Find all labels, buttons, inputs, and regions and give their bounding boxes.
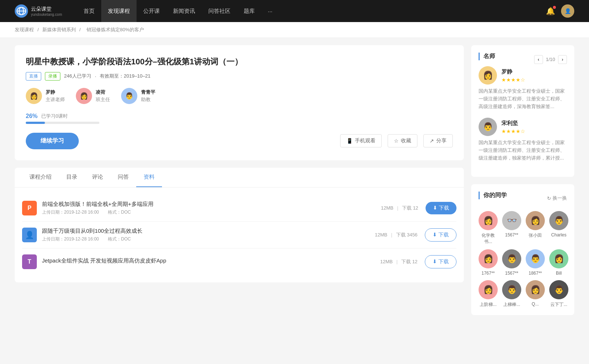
notification-dot bbox=[553, 6, 556, 9]
nav-discover[interactable]: 发现课程 bbox=[101, 0, 137, 22]
download-button[interactable]: ⬇ 下载 bbox=[426, 202, 456, 214]
classmate-avatar: 👨 bbox=[526, 249, 545, 268]
classmate-item: 👩 Q... bbox=[526, 280, 545, 308]
share-button[interactable]: ↗ 分享 bbox=[423, 134, 453, 147]
star-icon: ☆ bbox=[394, 138, 399, 144]
file-item: P 前端全栈加强版！前端全栈+全周期+多端应用 上传日期：2019-12-28 … bbox=[22, 195, 456, 222]
file-name: 前端全栈加强版！前端全栈+全周期+多端应用 bbox=[42, 201, 381, 208]
file-item: T Jetpack全组件实战 开发短视频应用高仿皮皮虾App 12MB | 下载… bbox=[22, 249, 456, 275]
teacher-avatar-linghe: 👩 bbox=[76, 88, 92, 104]
classmate-avatar: 👨 bbox=[549, 211, 568, 230]
logo[interactable]: 云朵课堂 yundouketang.com bbox=[15, 4, 62, 18]
file-name: 跟随千万级项目从0到100全过程高效成长 bbox=[42, 228, 375, 235]
nav-public[interactable]: 公开课 bbox=[137, 0, 166, 22]
teachers-section-header: 名师 ‹ 1/10 › bbox=[479, 53, 567, 66]
continue-button[interactable]: 继续学习 bbox=[26, 133, 79, 149]
classmate-item: 👩 Bill bbox=[549, 249, 568, 276]
file-stats: 12MB | 下载 3456 bbox=[375, 232, 417, 238]
classmate-item: 👩 1767** bbox=[479, 249, 498, 276]
breadcrumb-discover[interactable]: 发现课程 bbox=[15, 27, 34, 32]
file-stats: 12MB | 下载 12 bbox=[381, 205, 418, 211]
file-info: 跟随千万级项目从0到100全过程高效成长 上传日期：2019-12-28 16:… bbox=[42, 228, 375, 242]
classmates-header: 你的同学 ↻ 换一换 bbox=[479, 192, 567, 205]
classmate-item: 👩 化学教书... bbox=[479, 211, 498, 245]
collect-button[interactable]: ☆ 收藏 bbox=[388, 134, 417, 147]
progress-bar-fill bbox=[26, 122, 45, 124]
main-layout: 明星中教授课，小学阶段语法100分–强化级第1讲动词（一） 直播 录播 246人… bbox=[0, 38, 589, 330]
file-meta: 上传日期：2019-12-28 16:00 格式：DOC bbox=[42, 209, 381, 215]
tab-intro[interactable]: 课程介绍 bbox=[22, 168, 59, 187]
tabs-section: 课程介绍 目录 评论 问答 资料 P 前端全栈加强版！前端全栈+全周期+多端应用… bbox=[15, 168, 464, 282]
teacher-sidebar-avatar-luojing: 👩 bbox=[479, 66, 497, 85]
sidebar: 名师 ‹ 1/10 › 👩 罗静 ★★★★☆ 国内某重点大学安全工程专业硕士，国… bbox=[471, 45, 574, 322]
classmate-avatar: 👩 bbox=[549, 249, 568, 268]
watch-mobile-button[interactable]: 📱 手机观看 bbox=[340, 134, 382, 147]
nav-more[interactable]: ··· bbox=[261, 0, 279, 22]
teacher-role-luojing: 主讲老师 bbox=[46, 96, 65, 103]
classmate-avatar: 👩 bbox=[479, 211, 498, 230]
classmate-name: 化学教书... bbox=[479, 232, 498, 245]
progress-label: 已学习0课时 bbox=[41, 113, 68, 119]
teacher-item: 👨 青青平 助教 bbox=[121, 88, 155, 104]
teachers-next-button[interactable]: › bbox=[558, 55, 567, 64]
classmate-item: 👓 1567** bbox=[502, 211, 521, 245]
classmate-avatar: 👩 bbox=[526, 280, 545, 299]
tab-materials[interactable]: 资料 bbox=[136, 168, 162, 187]
teacher-avatar-luojing: 👩 bbox=[26, 88, 42, 104]
action-buttons: 📱 手机观看 ☆ 收藏 ↗ 分享 bbox=[340, 134, 453, 147]
teacher-stars-songlijian: ★★★★☆ bbox=[501, 128, 525, 134]
progress-bar-bg bbox=[26, 122, 99, 124]
nav-qa[interactable]: 问答社区 bbox=[202, 0, 237, 22]
teachers: 👩 罗静 主讲老师 👩 凌荷 班主任 👨 青青平 bbox=[26, 88, 453, 104]
course-actions: 继续学习 📱 手机观看 ☆ 收藏 ↗ 分享 bbox=[26, 133, 453, 149]
bell-icon[interactable]: 🔔 bbox=[546, 7, 555, 15]
tab-reviews[interactable]: 评论 bbox=[85, 168, 110, 187]
tab-qa[interactable]: 问答 bbox=[110, 168, 136, 187]
teacher-sidebar-name-luojing: 罗静 bbox=[501, 68, 525, 75]
teacher-name-qingqingping: 青青平 bbox=[141, 89, 155, 96]
teacher-name-linghe: 凌荷 bbox=[96, 89, 110, 96]
share-icon: ↗ bbox=[430, 138, 434, 144]
nav-bank[interactable]: 题库 bbox=[237, 0, 261, 22]
classmate-avatar: 👩 bbox=[526, 211, 545, 230]
classmate-avatar: 👨 bbox=[502, 249, 521, 268]
classmates-card: 你的同学 ↻ 换一换 👩 化学教书... 👓 1567** 👩 bbox=[471, 184, 574, 315]
classmate-item: 👨 1867** bbox=[526, 249, 545, 276]
tabs-header: 课程介绍 目录 评论 问答 资料 bbox=[15, 168, 464, 188]
teacher-item: 👩 罗静 主讲老师 bbox=[26, 88, 65, 104]
content-area: 明星中教授课，小学阶段语法100分–强化级第1讲动词（一） 直播 录播 246人… bbox=[15, 45, 464, 322]
file-name: Jetpack全组件实战 开发短视频应用高仿皮皮虾App bbox=[42, 257, 380, 264]
file-icon-p: P bbox=[22, 201, 37, 215]
refresh-classmates-button[interactable]: ↻ 换一换 bbox=[547, 195, 567, 201]
tab-catalog[interactable]: 目录 bbox=[59, 168, 85, 187]
tag-live: 直播 bbox=[26, 72, 41, 81]
download-button[interactable]: ⬇ 下载 bbox=[425, 228, 456, 242]
file-icon-u: 👤 bbox=[22, 228, 37, 242]
teacher-sidebar-desc-songlijian: 国内某重点大学安全工程专业硕士，国家一级注册消防工程师、注册安全工程师、级注册建… bbox=[479, 139, 567, 162]
classmate-item: 👩 张小田 bbox=[526, 211, 545, 245]
user-avatar[interactable]: 👤 bbox=[561, 4, 574, 18]
classmate-item: 👨 上梯棒... bbox=[502, 280, 521, 308]
nav-news[interactable]: 新闻资讯 bbox=[166, 0, 202, 22]
classmates-title: 你的同学 bbox=[479, 192, 507, 199]
classmate-name-bill: Bill bbox=[556, 271, 562, 276]
logo-icon bbox=[15, 4, 28, 18]
teacher-sidebar-avatar-songlijian: 👨 bbox=[479, 118, 497, 136]
nav-home[interactable]: 首页 bbox=[77, 0, 101, 22]
teachers-pagination: ‹ 1/10 › bbox=[534, 55, 567, 64]
breadcrumb: 发现课程 / 新媒体营销系列 / 销冠修炼术搞定80%的客户 bbox=[0, 22, 589, 38]
file-icon-t: T bbox=[22, 254, 37, 269]
file-item: 👤 跟随千万级项目从0到100全过程高效成长 上传日期：2019-12-28 1… bbox=[22, 222, 456, 249]
classmate-name: 1767** bbox=[482, 271, 495, 276]
nav-items: 首页 发现课程 公开课 新闻资讯 问答社区 题库 ··· bbox=[77, 0, 546, 22]
teachers-page: 1/10 bbox=[546, 57, 555, 62]
classmate-name: 上阶梯... bbox=[480, 301, 497, 308]
course-card: 明星中教授课，小学阶段语法100分–强化级第1讲动词（一） 直播 录播 246人… bbox=[15, 45, 464, 160]
breadcrumb-series[interactable]: 新媒体营销系列 bbox=[42, 27, 76, 32]
nav-right: 🔔 👤 bbox=[546, 4, 574, 18]
classmate-item: 👨 Charles bbox=[549, 211, 568, 245]
download-button[interactable]: ⬇ 下载 bbox=[425, 255, 456, 268]
file-stats: 12MB | 下载 12 bbox=[380, 258, 417, 265]
teachers-prev-button[interactable]: ‹ bbox=[534, 55, 543, 64]
classmate-item: 👨 1567** bbox=[502, 249, 521, 276]
